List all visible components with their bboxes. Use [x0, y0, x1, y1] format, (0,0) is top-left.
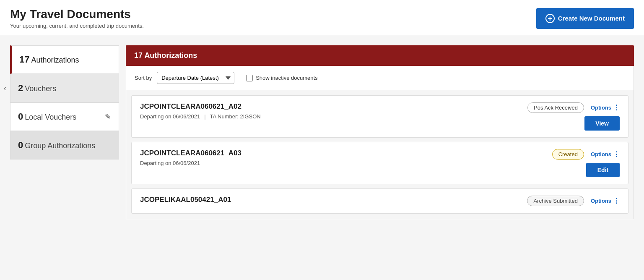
doc-meta-2: Departing on 06/06/2021	[140, 160, 544, 166]
page-title: My Travel Documents	[10, 8, 144, 21]
doc-options-button-2[interactable]: Options ⋮	[591, 150, 620, 158]
sidebar-item-authorizations-count: 17	[19, 54, 29, 65]
sidebar-item-vouchers-label: Vouchers	[25, 84, 56, 93]
sidebar-item-group-authorizations[interactable]: 0 Group Authorizations	[10, 131, 119, 160]
sidebar: 17 Authorizations ‹ 2 Vouchers 0 Local V…	[10, 45, 119, 160]
doc-options-button-3[interactable]: Options ⋮	[591, 197, 620, 205]
options-dots-icon-1: ⋮	[613, 104, 620, 112]
sidebar-item-group-authorizations-count: 0	[18, 140, 23, 150]
doc-title-3: JCOPELIKAAL050421_A01	[140, 196, 519, 204]
show-inactive-text: Show inactive documents	[256, 75, 317, 81]
doc-separator-1: |	[204, 113, 205, 120]
panel-header-label: Authorizations	[144, 51, 197, 60]
doc-status-badge-1: Pos Ack Received	[527, 102, 584, 113]
create-new-document-button[interactable]: + Create New Document	[536, 8, 634, 29]
doc-status-badge-3: Archive Submitted	[527, 196, 584, 206]
doc-right-2: Created Options ⋮ Edit	[552, 149, 620, 177]
doc-right-1: Pos Ack Received Options ⋮ View	[527, 102, 620, 131]
documents-list: JCPOINTCLEARA060621_A02 Departing on 06/…	[126, 90, 634, 219]
sidebar-item-authorizations-label: Authorizations	[31, 56, 79, 64]
doc-meta-1: Departing on 06/06/2021 | TA Number: 2IG…	[140, 113, 519, 120]
doc-left-3: JCOPELIKAAL050421_A01	[140, 196, 519, 207]
options-label-2: Options	[591, 151, 611, 157]
doc-top-right-1: Pos Ack Received Options ⋮	[527, 102, 620, 113]
options-label-1: Options	[591, 105, 611, 111]
doc-card-3: JCOPELIKAAL050421_A01 Archive Submitted …	[131, 188, 628, 214]
main-panel: 17 Authorizations Sort by Departure Date…	[126, 45, 634, 219]
show-inactive-checkbox[interactable]	[246, 75, 253, 81]
create-button-label: Create New Document	[558, 15, 625, 22]
sidebar-item-vouchers-count: 2	[18, 83, 23, 93]
show-inactive-label[interactable]: Show inactive documents	[246, 75, 317, 81]
doc-status-badge-2: Created	[552, 149, 584, 160]
doc-edit-button-2[interactable]: Edit	[586, 163, 620, 177]
sidebar-item-vouchers[interactable]: ‹ 2 Vouchers	[10, 74, 119, 102]
plus-icon: +	[545, 14, 555, 23]
doc-ta-number-1: TA Number: 2IGSON	[210, 113, 261, 120]
doc-view-button-1[interactable]: View	[584, 116, 620, 131]
page-header: My Travel Documents Your upcoming, curre…	[0, 0, 644, 35]
doc-title-1: JCPOINTCLEARA060621_A02	[140, 102, 519, 111]
panel-header: 17 Authorizations	[126, 45, 634, 66]
sidebar-item-group-authorizations-label: Group Authorizations	[25, 141, 95, 150]
main-content: 17 Authorizations ‹ 2 Vouchers 0 Local V…	[0, 35, 644, 229]
sort-by-label: Sort by	[135, 75, 152, 81]
doc-left-1: JCPOINTCLEARA060621_A02 Departing on 06/…	[140, 102, 519, 120]
page-subtitle: Your upcoming, current, and completed tr…	[10, 23, 144, 29]
options-dots-icon-2: ⋮	[613, 150, 620, 158]
doc-left-2: JCPOINTCLEARA060621_A03 Departing on 06/…	[140, 149, 544, 166]
doc-top-right-3: Archive Submitted Options ⋮	[527, 196, 620, 206]
panel-header-count: 17	[134, 51, 143, 60]
options-dots-icon-3: ⋮	[613, 197, 620, 205]
cursor-pointer-icon: ✎	[105, 112, 111, 121]
doc-right-3: Archive Submitted Options ⋮	[527, 196, 620, 206]
sidebar-chevron-icon: ‹	[4, 84, 6, 93]
header-left: My Travel Documents Your upcoming, curre…	[10, 8, 144, 29]
sidebar-item-local-vouchers-label: Local Vouchers	[25, 113, 76, 121]
doc-top-right-2: Created Options ⋮	[552, 149, 620, 160]
doc-departing-1: Departing on 06/06/2021	[140, 113, 200, 120]
doc-departing-2: Departing on 06/06/2021	[140, 160, 200, 166]
sort-select[interactable]: Departure Date (Latest) Departure Date (…	[157, 72, 234, 84]
sidebar-item-local-vouchers-count: 0	[18, 111, 23, 122]
panel-toolbar: Sort by Departure Date (Latest) Departur…	[126, 66, 634, 90]
doc-title-2: JCPOINTCLEARA060621_A03	[140, 149, 544, 157]
doc-card-2: JCPOINTCLEARA060621_A03 Departing on 06/…	[131, 142, 628, 184]
sidebar-item-authorizations[interactable]: 17 Authorizations	[10, 45, 119, 74]
doc-card-1: JCPOINTCLEARA060621_A02 Departing on 06/…	[131, 95, 628, 138]
sidebar-item-local-vouchers[interactable]: 0 Local Vouchers ✎	[10, 102, 119, 131]
options-label-3: Options	[591, 198, 611, 204]
doc-options-button-1[interactable]: Options ⋮	[591, 104, 620, 112]
